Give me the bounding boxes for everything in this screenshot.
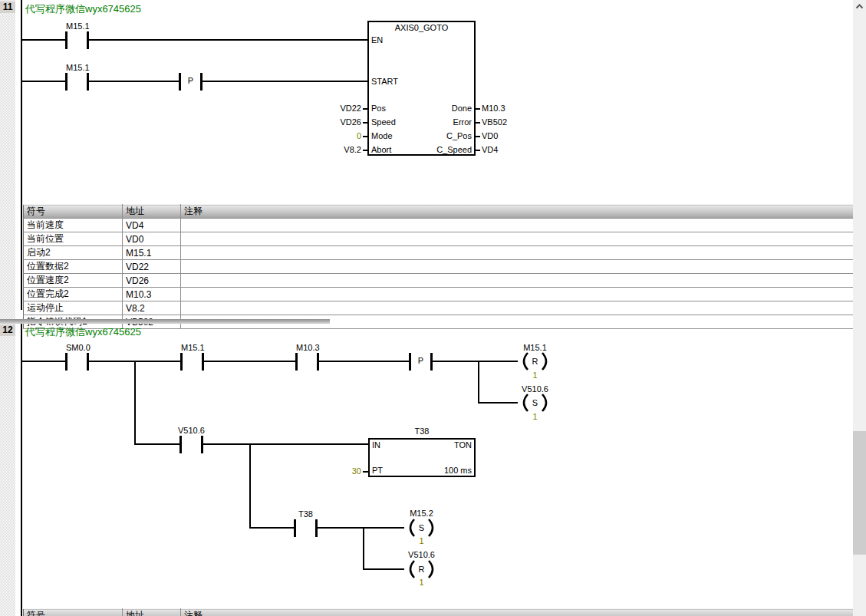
table-row: 当前速度VD4: [24, 219, 854, 232]
symbol-cell[interactable]: 当前位置: [24, 232, 123, 246]
contact-label: M10.3: [296, 343, 320, 352]
axis0-goto-block[interactable]: AXIS0_GOTO EN START Pos Speed Mode Abort…: [367, 21, 476, 156]
table-row: 当前位置VD0: [24, 232, 854, 246]
wire-segment: [433, 361, 518, 362]
coil-letter: R: [419, 565, 425, 574]
operand-abort[interactable]: V8.2: [322, 145, 361, 154]
vertical-scrollbar[interactable]: [853, 0, 866, 616]
symbol-cell[interactable]: 位置数据2: [24, 260, 123, 274]
coil-reset-m15_1[interactable]: R: [518, 351, 552, 371]
table-row: 启动2M15.1: [24, 246, 854, 260]
contact-sm0_0[interactable]: [65, 353, 89, 371]
wire-segment: [22, 361, 65, 362]
wire-segment: [204, 361, 295, 362]
pin-stub: [476, 122, 480, 124]
table-row: 位置完成2M10.3: [24, 288, 854, 301]
power-rail: [21, 0, 22, 310]
coil-reset-v510_6[interactable]: R: [404, 559, 439, 579]
wire-segment: [318, 527, 404, 529]
edge-contact-letter: P: [409, 356, 433, 365]
block-input-mode: Mode: [371, 131, 393, 140]
wire-segment: [89, 39, 367, 41]
address-cell[interactable]: VD22: [123, 260, 181, 274]
ton-timer-block[interactable]: IN TON PT 100 ms: [368, 438, 476, 477]
contact-m15_1[interactable]: [65, 31, 89, 49]
operand-done[interactable]: M10.3: [482, 104, 505, 113]
comment-cell[interactable]: [181, 232, 854, 246]
comment-cell[interactable]: [181, 301, 854, 315]
pin-stub: [363, 471, 368, 473]
network-11-number[interactable]: 11: [0, 2, 15, 13]
address-cell[interactable]: V8.2: [123, 301, 181, 315]
address-cell[interactable]: M15.1: [123, 246, 181, 260]
symbol-table-clipped: 符号 地址 注释: [23, 608, 853, 616]
power-rail: [21, 324, 22, 616]
timer-in-label: IN: [372, 440, 380, 450]
network-12-comment[interactable]: 代写程序微信wyx6745625: [25, 325, 141, 339]
timer-pt-label: PT: [372, 466, 383, 475]
comment-cell[interactable]: [181, 219, 854, 232]
operand-speed[interactable]: VD26: [322, 117, 361, 127]
address-cell[interactable]: VD4: [123, 219, 181, 232]
operand-pt[interactable]: 30: [330, 466, 361, 476]
symbol-cell[interactable]: 启动2: [24, 246, 123, 260]
address-cell[interactable]: VD0: [123, 232, 181, 246]
contact-v510_6[interactable]: [179, 436, 203, 453]
coil-count: 1: [518, 371, 552, 380]
pin-stub: [363, 108, 367, 110]
contact-m15_1[interactable]: [180, 353, 204, 371]
pin-stub: [476, 136, 480, 137]
wire-segment: [251, 527, 294, 529]
wire-segment: [89, 81, 179, 82]
operand-cpos[interactable]: VD0: [482, 131, 498, 140]
coil-set-v510_6[interactable]: S: [518, 393, 552, 413]
scroll-up-button[interactable]: [853, 0, 866, 13]
coil-letter: S: [419, 523, 424, 532]
edge-contact-letter: P: [179, 76, 203, 85]
symbol-cell[interactable]: 当前速度: [24, 219, 123, 232]
coil-count: 1: [404, 536, 439, 545]
symbol-cell[interactable]: 位置速度2: [24, 274, 123, 288]
comment-cell[interactable]: [181, 246, 854, 260]
pin-stub: [363, 122, 367, 124]
contact-t38[interactable]: [294, 519, 318, 537]
contact-m10_3[interactable]: [295, 353, 319, 371]
address-cell[interactable]: M10.3: [123, 288, 181, 301]
col-header-address: 地址: [123, 205, 181, 219]
contact-label: M15.1: [181, 343, 205, 352]
scrollbar-thumb[interactable]: [853, 431, 866, 555]
comment-cell[interactable]: [181, 288, 854, 301]
pin-stub: [476, 150, 480, 151]
branch-wire: [249, 443, 251, 529]
block-output-done: Done: [452, 104, 472, 113]
network-12-number[interactable]: 12: [0, 324, 15, 336]
coil-label: M15.2: [404, 509, 439, 518]
symbol-table: 符号 地址 注释: [23, 608, 853, 616]
pin-stub: [476, 108, 480, 110]
wire-segment: [364, 568, 404, 570]
address-cell[interactable]: VD26: [123, 274, 181, 288]
block-output-error: Error: [453, 117, 472, 127]
operand-mode[interactable]: 0: [322, 131, 361, 140]
comment-cell[interactable]: [181, 260, 854, 274]
wire-segment: [319, 361, 409, 362]
ladder-editor: 11 代写程序微信wyx6745625 M15.1 M15.1 P AXIS0_…: [0, 0, 866, 616]
coil-count: 1: [518, 412, 552, 421]
symbol-cell[interactable]: 位置完成2: [24, 288, 123, 301]
network-11-comment[interactable]: 代写程序微信wyx6745625: [25, 2, 141, 16]
wire-segment: [22, 81, 65, 82]
contact-label: T38: [294, 509, 318, 519]
operand-pos[interactable]: VD22: [322, 104, 361, 113]
operand-error[interactable]: VB502: [482, 117, 507, 127]
operand-cspeed[interactable]: VD4: [482, 145, 498, 154]
contact-m15_1[interactable]: [65, 73, 89, 91]
contact-label: M15.1: [66, 21, 90, 31]
contact-label: V510.6: [178, 426, 205, 435]
symbol-cell[interactable]: 运动停止: [24, 301, 123, 315]
coil-letter: S: [532, 398, 538, 407]
coil-set-m15_2[interactable]: S: [404, 518, 439, 538]
comment-cell[interactable]: [181, 274, 854, 288]
network-divider[interactable]: [0, 319, 330, 324]
branch-wire: [134, 361, 136, 445]
timer-type-label: TON: [454, 440, 472, 450]
